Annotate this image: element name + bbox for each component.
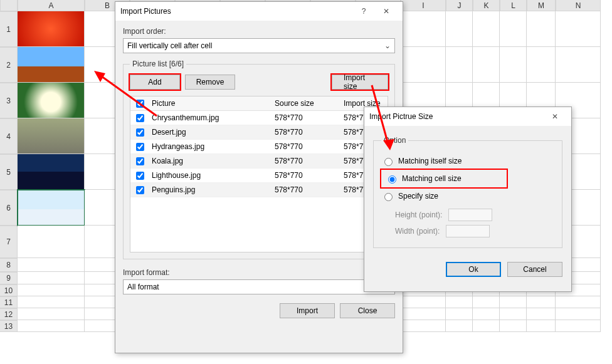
column-header[interactable]: I: [401, 0, 446, 11]
cell[interactable]: [18, 258, 85, 272]
cell[interactable]: [401, 47, 446, 83]
row-header[interactable]: 6: [0, 190, 18, 226]
cell[interactable]: [18, 83, 85, 118]
cell[interactable]: [556, 11, 601, 47]
cell[interactable]: [446, 308, 473, 320]
row-header[interactable]: 11: [0, 296, 18, 308]
cell[interactable]: [500, 47, 527, 83]
row-header[interactable]: 12: [0, 308, 18, 320]
cell[interactable]: [18, 320, 85, 332]
source-size: 578*770: [275, 113, 344, 122]
radio-matching-itself[interactable]: [384, 158, 393, 166]
column-header[interactable]: J: [446, 0, 473, 11]
row-header[interactable]: 2: [0, 47, 18, 83]
cell[interactable]: [527, 320, 556, 332]
cell[interactable]: [18, 47, 85, 83]
cell[interactable]: [18, 296, 85, 308]
cell[interactable]: [18, 118, 85, 154]
import-order-select[interactable]: Fill vertically cell after cell ⌄: [123, 38, 395, 53]
import-size-button[interactable]: Import size: [332, 75, 388, 90]
row-header[interactable]: 13: [0, 320, 18, 332]
cell[interactable]: [500, 320, 527, 332]
help-button[interactable]: ?: [352, 3, 375, 19]
column-header[interactable]: N: [556, 0, 601, 11]
row-checkbox[interactable]: [136, 143, 144, 151]
close-icon[interactable]: ✕: [544, 108, 566, 125]
close-button[interactable]: Close: [340, 303, 395, 318]
ok-button[interactable]: Ok: [446, 262, 501, 277]
row-checkbox[interactable]: [136, 186, 144, 194]
picture-name: Penguins.jpg: [149, 185, 275, 194]
cell[interactable]: [527, 11, 556, 47]
picture-name: Chrysanthemum.jpg: [149, 113, 275, 122]
table-row[interactable]: Chrysanthemum.jpg578*770578*770: [130, 111, 388, 125]
cell[interactable]: [556, 308, 601, 320]
select-all-cell[interactable]: [0, 0, 18, 11]
close-icon[interactable]: ✕: [375, 3, 398, 19]
col-source-size[interactable]: Source size: [275, 99, 344, 108]
cell[interactable]: [473, 11, 500, 47]
cell[interactable]: [446, 11, 473, 47]
cell[interactable]: [527, 308, 556, 320]
radio-specify-size[interactable]: [384, 193, 393, 201]
remove-button[interactable]: Remove: [185, 75, 235, 90]
column-header[interactable]: M: [527, 0, 556, 11]
cell[interactable]: [18, 272, 85, 284]
row-header[interactable]: 10: [0, 284, 18, 296]
titlebar[interactable]: Import Pictrue Size ✕: [364, 107, 571, 126]
column-header[interactable]: K: [473, 0, 500, 11]
cell[interactable]: [473, 320, 500, 332]
row-header[interactable]: 5: [0, 154, 18, 190]
row-header[interactable]: 1: [0, 11, 18, 47]
cell[interactable]: [500, 11, 527, 47]
cell[interactable]: [18, 11, 85, 47]
cell[interactable]: [556, 296, 601, 308]
table-row[interactable]: Lighthouse.jpg578*770578*770: [130, 169, 388, 183]
row-header[interactable]: 9: [0, 272, 18, 284]
cell[interactable]: [473, 47, 500, 83]
cell[interactable]: [556, 320, 601, 332]
row-header[interactable]: 8: [0, 258, 18, 272]
radio-matching-cell[interactable]: [388, 175, 396, 184]
cell[interactable]: [473, 296, 500, 308]
cell[interactable]: [446, 320, 473, 332]
row-header[interactable]: 4: [0, 118, 18, 154]
cell[interactable]: [401, 11, 446, 47]
cell[interactable]: [446, 296, 473, 308]
cell[interactable]: [18, 284, 85, 296]
cell[interactable]: [473, 308, 500, 320]
row-checkbox[interactable]: [136, 172, 144, 180]
import-format-select[interactable]: All format ⌄: [123, 279, 395, 294]
table-row[interactable]: Koala.jpg578*770578*770: [130, 154, 388, 169]
table-row[interactable]: Hydrangeas.jpg578*770578*770: [130, 140, 388, 154]
cell[interactable]: [527, 296, 556, 308]
table-row[interactable]: Penguins.jpg578*770578*770: [130, 183, 388, 197]
column-header[interactable]: L: [500, 0, 527, 11]
cell[interactable]: [401, 320, 446, 332]
row-header[interactable]: 3: [0, 83, 18, 118]
cell[interactable]: [401, 308, 446, 320]
cell[interactable]: [18, 226, 85, 258]
cell[interactable]: [446, 47, 473, 83]
titlebar[interactable]: Import Pictures ? ✕: [115, 2, 403, 21]
col-picture[interactable]: Picture: [149, 99, 275, 108]
cell[interactable]: [18, 190, 85, 226]
cell[interactable]: [527, 47, 556, 83]
cell[interactable]: [18, 308, 85, 320]
cell[interactable]: [500, 296, 527, 308]
row-header[interactable]: 7: [0, 226, 18, 258]
row-checkbox[interactable]: [136, 128, 144, 137]
add-button[interactable]: Add: [130, 75, 180, 90]
select-all-checkbox[interactable]: [136, 100, 144, 108]
row-checkbox[interactable]: [136, 114, 144, 122]
dialog-title: Import Pictrue Size: [369, 112, 544, 121]
table-row[interactable]: Desert.jpg578*770578*770: [130, 125, 388, 140]
import-button[interactable]: Import: [280, 303, 335, 318]
cell[interactable]: [500, 308, 527, 320]
cancel-button[interactable]: Cancel: [507, 262, 562, 277]
cell[interactable]: [18, 154, 85, 190]
cell[interactable]: [401, 296, 446, 308]
cell[interactable]: [556, 47, 601, 83]
column-header[interactable]: A: [18, 0, 85, 11]
row-checkbox[interactable]: [136, 157, 144, 165]
